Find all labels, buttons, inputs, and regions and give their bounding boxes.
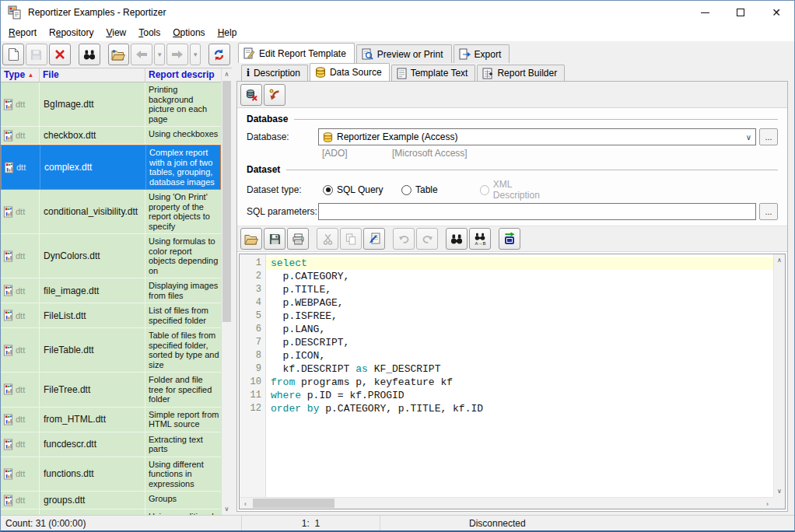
code-line[interactable]: p.CATEGORY, bbox=[266, 270, 773, 283]
save-file-button[interactable] bbox=[264, 228, 285, 250]
column-header-description[interactable]: Report descrip bbox=[145, 68, 221, 82]
database-browse-button[interactable]: ... bbox=[759, 128, 778, 145]
dataset-fields-icon bbox=[503, 232, 517, 246]
close-database-icon bbox=[245, 89, 257, 101]
type-cell: dtt bbox=[1, 303, 40, 327]
scroll-up-icon[interactable]: ∧ bbox=[774, 254, 785, 266]
table-row[interactable]: dtt funcdescr.dtt Extracting text parts bbox=[1, 432, 221, 457]
print-button[interactable] bbox=[287, 228, 309, 250]
table-row[interactable]: dtt Using conditional bbox=[1, 509, 221, 515]
column-header-type[interactable]: Type ▲ bbox=[1, 68, 40, 82]
table-row[interactable]: dtt functions.dtt Using different functi… bbox=[1, 457, 221, 492]
report-file-icon bbox=[3, 250, 13, 262]
delete-button[interactable] bbox=[49, 44, 71, 65]
scrollbar-thumb[interactable] bbox=[253, 499, 334, 508]
open-file-button[interactable] bbox=[240, 228, 262, 250]
scroll-right-icon[interactable]: › bbox=[762, 498, 773, 509]
report-description: Printing background picture on each page bbox=[145, 82, 221, 126]
scrollbar-thumb[interactable] bbox=[222, 81, 231, 322]
tab-label: Edit Report Template bbox=[259, 48, 346, 59]
code-line[interactable]: p.DESCRIPT, bbox=[266, 336, 773, 349]
delete-icon bbox=[54, 49, 65, 60]
menu-bar: ReportRepositoryViewToolsOptionsHelp bbox=[1, 24, 794, 41]
scroll-down-icon[interactable]: ∨ bbox=[222, 503, 232, 515]
table-row[interactable]: dtt groups.dtt Groups bbox=[1, 492, 221, 509]
code-line[interactable]: p.ISFREE, bbox=[266, 310, 773, 323]
code-line[interactable]: select bbox=[266, 257, 773, 270]
sql-parameters-input[interactable] bbox=[318, 203, 756, 220]
radio-sql-query[interactable]: SQL Query bbox=[323, 184, 397, 195]
find-text-button[interactable] bbox=[446, 228, 468, 250]
file-table-scrollbar[interactable]: ∧ ∨ bbox=[221, 68, 232, 515]
code-line[interactable]: p.WEBPAGE, bbox=[266, 296, 773, 310]
table-row[interactable]: dtt from_HTML.dtt Simple report from HTM… bbox=[1, 408, 221, 432]
tab-report-builder[interactable]: Report Builder bbox=[477, 65, 565, 81]
code-line[interactable]: order by p.CATEGORY, p.TITLE, kf.ID bbox=[266, 402, 773, 415]
minimize-button[interactable] bbox=[687, 1, 723, 24]
editor-vertical-scrollbar[interactable]: ∧ ∨ bbox=[773, 254, 785, 497]
report-file-icon bbox=[3, 206, 13, 218]
type-cell: dtt bbox=[1, 190, 40, 233]
dataset-fields-button[interactable] bbox=[499, 228, 520, 250]
report-builder-icon bbox=[482, 68, 493, 79]
sql-parameters-browse-button[interactable]: ... bbox=[759, 203, 778, 220]
code-line[interactable]: kf.DESCRIPT as KF_DESCRIPT bbox=[266, 362, 773, 376]
report-file-icon bbox=[3, 383, 13, 395]
table-row[interactable]: dtt FileTree.dtt Folder and file tree fo… bbox=[1, 373, 221, 408]
code-line[interactable]: p.ICON, bbox=[266, 349, 773, 362]
open-repository-button[interactable] bbox=[108, 44, 130, 65]
file-type-label: dtt bbox=[16, 469, 25, 478]
table-row[interactable]: dtt file_image.dtt Displaying images fro… bbox=[1, 278, 221, 303]
find-button[interactable] bbox=[79, 44, 100, 65]
code-line[interactable]: where p.ID = kf.PROGID bbox=[266, 389, 773, 402]
editor-horizontal-scrollbar[interactable]: ‹ › bbox=[240, 497, 773, 509]
refresh-button[interactable] bbox=[208, 44, 230, 65]
chevron-down-icon[interactable]: ∨ bbox=[746, 133, 751, 142]
scroll-down-icon[interactable]: ∨ bbox=[774, 485, 785, 497]
table-row[interactable]: dtt BgImage.dtt Printing background pict… bbox=[1, 82, 221, 127]
tab-preview-or-print[interactable]: Preview or Print bbox=[356, 44, 452, 63]
file-name: conditional_visibility.dtt bbox=[40, 190, 145, 233]
table-row[interactable]: dtt FileList.dtt List of files from spec… bbox=[1, 303, 221, 328]
table-row[interactable]: dtt conditional_visibility.dtt Using 'On… bbox=[1, 190, 221, 234]
code-line[interactable]: p.LANG, bbox=[266, 323, 773, 336]
menu-item-repository[interactable]: Repository bbox=[43, 26, 100, 40]
menu-item-options[interactable]: Options bbox=[166, 26, 211, 40]
close-button[interactable]: ✕ bbox=[758, 1, 794, 24]
menu-item-view[interactable]: View bbox=[100, 26, 132, 40]
code-line[interactable]: from programs p, keyfeature kf bbox=[266, 376, 773, 389]
driver-label: [Microsoft Access] bbox=[392, 148, 468, 160]
table-row[interactable]: dtt complex.dtt Complex report with a jo… bbox=[1, 145, 221, 190]
code-line[interactable]: p.TITLE, bbox=[266, 283, 773, 296]
sql-editor[interactable]: 123456789101112 select p.CATEGORY, p.TIT… bbox=[239, 254, 786, 509]
new-report-button[interactable] bbox=[2, 44, 24, 65]
tab-export[interactable]: Export bbox=[454, 44, 510, 63]
tab-edit-report-template[interactable]: Edit Report Template bbox=[238, 43, 355, 63]
report-file-icon bbox=[3, 439, 13, 450]
line-number-gutter: 123456789101112 bbox=[240, 254, 266, 497]
restore-database-button[interactable] bbox=[264, 84, 285, 106]
table-row[interactable]: dtt DynColors.dtt Using formulas to colo… bbox=[1, 234, 221, 278]
close-database-button[interactable] bbox=[240, 84, 262, 106]
menu-item-report[interactable]: Report bbox=[2, 26, 43, 40]
replace-button[interactable]: A→B bbox=[469, 228, 491, 250]
cut-button bbox=[317, 228, 338, 250]
table-row[interactable]: dtt FileTable.dtt Table of files from sp… bbox=[1, 328, 221, 373]
tab-data-source[interactable]: Data Source bbox=[310, 63, 390, 81]
tab-template-text[interactable]: Template Text bbox=[391, 65, 476, 81]
menu-item-tools[interactable]: Tools bbox=[132, 26, 166, 40]
table-row[interactable]: dtt checkbox.dtt Using checkboxes bbox=[1, 127, 221, 145]
report-description: Displaying images from files bbox=[145, 278, 221, 303]
scroll-up-icon[interactable]: ∧ bbox=[222, 68, 232, 80]
radio-table[interactable]: Table bbox=[401, 184, 475, 195]
scroll-left-icon[interactable]: ‹ bbox=[240, 498, 251, 509]
sql-code-area[interactable]: select p.CATEGORY, p.TITLE, p.WEBPAGE, p… bbox=[266, 254, 773, 497]
column-header-file[interactable]: File bbox=[40, 68, 145, 82]
tab-description[interactable]: i Description bbox=[241, 65, 308, 81]
save-as-button[interactable] bbox=[363, 228, 385, 250]
maximize-button[interactable] bbox=[723, 1, 758, 24]
report-editor-panel: Edit Report Template Preview or Print Ex… bbox=[236, 41, 794, 515]
menu-item-help[interactable]: Help bbox=[212, 26, 243, 40]
database-combobox[interactable]: Reportizer Example (Access) ∨ bbox=[318, 128, 756, 145]
type-cell: dtt bbox=[1, 234, 40, 278]
